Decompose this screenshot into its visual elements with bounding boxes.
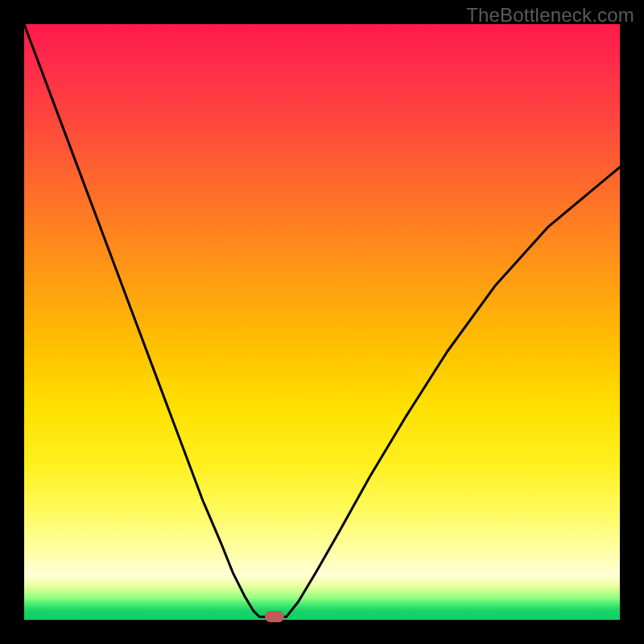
bottleneck-curve <box>24 24 620 620</box>
watermark-text: TheBottleneck.com <box>466 4 634 27</box>
plot-area <box>24 24 620 620</box>
chart-frame: TheBottleneck.com <box>0 0 644 644</box>
optimal-point-marker <box>265 611 284 622</box>
